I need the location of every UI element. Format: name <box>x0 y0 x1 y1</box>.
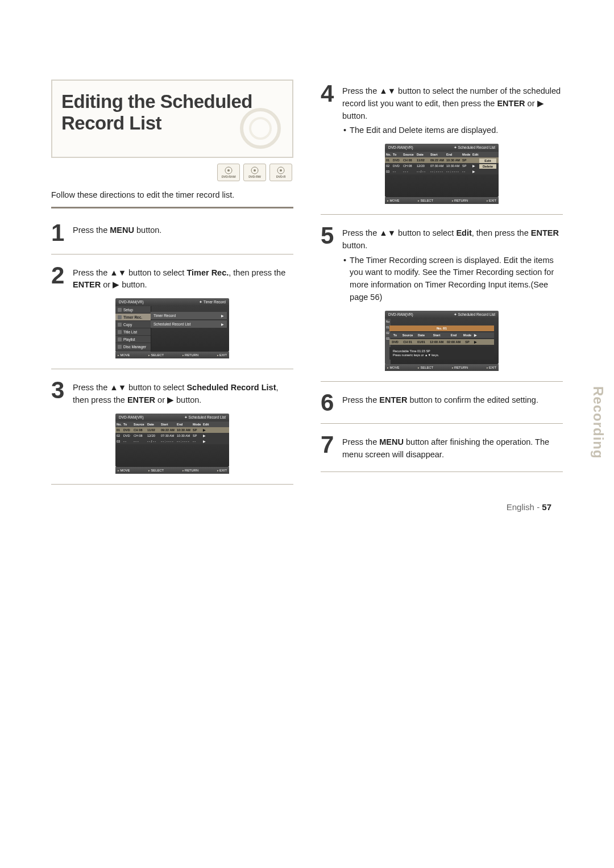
step-3: 3 Press the ▲▼ button to select Schedule… <box>51 379 293 407</box>
svg-point-5 <box>280 169 282 172</box>
step-text: Press the MENU button. <box>73 222 161 237</box>
osd-submenu-item: Scheduled Record List▶ <box>151 320 227 328</box>
divider <box>321 381 563 382</box>
osd-title: ✦ Scheduled Record List <box>454 312 495 317</box>
svg-point-3 <box>254 169 256 172</box>
osd-table-row: 02DVDCH 0812/2007:30 AM10:30 AMSP▶ <box>115 433 229 439</box>
step-text: Press the MENU button after finishing th… <box>342 434 563 461</box>
osd-title: ✦ Timer Record <box>199 300 226 304</box>
step-7: 7 Press the MENU button after finishing … <box>321 434 563 461</box>
page-footer: English - 57 <box>507 502 551 512</box>
divider <box>321 423 563 424</box>
osd-footer: MOVE SELECT RETURN EXIT <box>385 364 499 371</box>
step-5-bullet: The Timer Recording screen is displayed.… <box>343 254 563 304</box>
osd-table-row: 03- -- - -- - / - -- - : - - - -- - : - … <box>385 169 499 174</box>
osd-table-header: No.ToSourceDateStartEndModeEdit <box>385 152 499 157</box>
step-2: 2 Press the ▲▼ button to select Timer Re… <box>51 265 293 292</box>
page-title: Editing the Scheduled Record List <box>61 91 283 134</box>
osd-title: ✦ Scheduled Record List <box>454 145 495 150</box>
right-column: 4 Press the ▲▼ button to select the numb… <box>321 80 563 495</box>
osd-menu-item: Playlist <box>115 336 151 343</box>
osd-menu-item: Title List <box>115 328 151 336</box>
osd-menu-item: Disc Manager <box>115 343 151 350</box>
osd-menu-item: Copy <box>115 321 151 328</box>
footer-page-number: 57 <box>542 502 551 512</box>
step-number: 5 <box>321 225 337 247</box>
divider <box>51 254 293 254</box>
step-number: 4 <box>321 83 337 105</box>
step-5: 5 Press the ▲▼ button to select Edit, th… <box>321 225 563 252</box>
disc-badge-label: DVD-R <box>276 175 285 178</box>
osd-table-header: No.ToSourceDateStartEndModeEdit <box>115 422 229 427</box>
divider <box>321 471 563 472</box>
osd-device-label: DVD-RAM(VR) <box>119 415 144 420</box>
osd-popup-edit: Edit <box>479 158 496 163</box>
section-side-label: Recording <box>590 386 606 459</box>
step-text: Press the ▲▼ button to select the number… <box>342 83 563 122</box>
step-number: 2 <box>51 265 67 286</box>
osd-footer: MOVE SELECT RETURN EXIT <box>115 352 229 358</box>
intro-text: Follow these directions to edit the time… <box>51 189 293 201</box>
left-column: Editing the Scheduled Record List DVD-RA… <box>51 80 293 495</box>
step-text: Press the ▲▼ button to select Edit, then… <box>342 225 563 252</box>
osd-menu-list: Setup Timer Rec. Copy Title List Playlis… <box>115 306 151 352</box>
step-1: 1 Press the MENU button. <box>51 222 293 244</box>
osd-scheduled-list: DVD-RAM(VR) ✦ Scheduled Record List No.T… <box>115 414 229 474</box>
osd-menu-item-selected: Timer Rec. <box>115 314 151 321</box>
step-text: Press the ▲▼ button to select Scheduled … <box>73 379 293 407</box>
divider-strong <box>51 207 293 208</box>
divider <box>321 214 563 215</box>
osd-table-row: 01DVDCH 0811/0209:22 AM10:30 AMSP▶ <box>115 427 229 433</box>
step-number: 6 <box>321 392 337 414</box>
svg-point-1 <box>227 169 230 172</box>
step-6: 6 Press the ENTER button to confirm the … <box>321 392 563 414</box>
footer-language: English <box>507 502 534 512</box>
step-text: Press the ENTER button to confirm the ed… <box>342 392 538 407</box>
step-4-bullet: The Edit and Delete items are displayed. <box>343 124 563 137</box>
osd-context-popup: Edit Delete <box>479 158 496 169</box>
osd-modal-tip: Recordable Time 01:23 SP Press numeric k… <box>389 347 494 360</box>
osd-modal-row: DVDCH 0101/0112:00 AM02:00 AMSP▶ <box>389 339 494 345</box>
osd-scheduled-popup: DVD-RAM(VR) ✦ Scheduled Record List No.T… <box>385 144 499 204</box>
disc-badge-row: DVD-RAM DVD-RW DVD-R <box>51 164 292 181</box>
disc-badge: DVD-RW <box>243 164 266 181</box>
disc-badge-label: DVD-RAM <box>222 175 236 178</box>
osd-device-label: DVD-RAM(VR) <box>388 312 413 317</box>
step-number: 1 <box>51 222 67 244</box>
osd-menu-item: Setup <box>115 306 151 314</box>
osd-device-label: DVD-RAM(VR) <box>119 300 144 304</box>
divider <box>51 369 293 369</box>
osd-footer: MOVE SELECT RETURN EXIT <box>385 197 499 204</box>
step-number: 7 <box>321 434 337 456</box>
disc-badge: DVD-R <box>269 164 292 181</box>
step-number: 3 <box>51 379 67 401</box>
osd-title: ✦ Scheduled Record List <box>184 415 226 420</box>
osd-right-pane: Timer Record▶ Scheduled Record List▶ <box>151 312 227 329</box>
osd-popup-delete: Delete <box>479 164 496 169</box>
disc-badge: DVD-RAM <box>217 164 240 181</box>
title-block: Editing the Scheduled Record List <box>51 80 293 158</box>
osd-modal-title: No. 01 <box>389 326 494 331</box>
divider <box>51 484 293 485</box>
osd-edit-modal: DVD-RAM(VR) ✦ Scheduled Record List No01… <box>385 311 499 371</box>
osd-modal-header: ToSourceDateStartEndMode▶ <box>389 332 494 338</box>
osd-device-label: DVD-RAM(VR) <box>388 145 413 150</box>
disc-badge-label: DVD-RW <box>248 175 260 178</box>
osd-footer: MOVE SELECT RETURN EXIT <box>115 467 229 474</box>
step-4: 4 Press the ▲▼ button to select the numb… <box>321 83 563 122</box>
osd-timer-menu: DVD-RAM(VR) ✦ Timer Record Setup Timer R… <box>115 298 229 358</box>
step-text: Press the ▲▼ button to select Timer Rec.… <box>73 265 293 292</box>
osd-table-row: 03- -- - -- - / - -- - : - - - -- - : - … <box>115 439 229 444</box>
osd-submenu-item: Timer Record▶ <box>151 312 227 319</box>
